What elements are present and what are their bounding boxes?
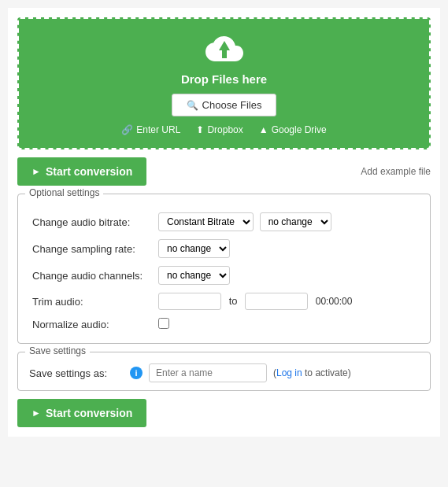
settings-table: Change audio bitrate: Constant Bitrate n…: [29, 208, 419, 335]
start-conversion-bottom-button[interactable]: ► Start conversion: [17, 399, 146, 427]
start-conversion-bottom-row: ► Start conversion: [17, 399, 431, 427]
normalize-row: Normalize audio:: [29, 314, 419, 335]
save-settings-row: Save settings as: i (Log in to activate): [29, 363, 419, 382]
search-icon: 🔍: [187, 100, 198, 111]
channels-row: Change audio channels: no change: [29, 262, 419, 289]
start-conversion-top-row: ► Start conversion Add example file: [17, 157, 431, 186]
normalize-controls: [155, 314, 419, 335]
enter-url-link[interactable]: 🔗 Enter URL: [121, 124, 180, 135]
dropbox-link[interactable]: ⬆ Dropbox: [196, 124, 243, 135]
login-link[interactable]: Log in: [276, 367, 302, 378]
google-drive-link[interactable]: ▲ Google Drive: [259, 124, 327, 135]
bitrate-value-select[interactable]: no change: [260, 212, 331, 231]
bitrate-controls: Constant Bitrate no change: [155, 208, 419, 235]
save-settings-title: Save settings: [25, 345, 90, 356]
trim-end-input[interactable]: [245, 293, 308, 310]
info-icon[interactable]: i: [130, 367, 143, 379]
trim-label: Trim audio:: [29, 289, 155, 314]
trim-row: Trim audio: to 00:00:00: [29, 289, 419, 314]
channels-controls: no change: [155, 262, 419, 289]
google-drive-icon: ▲: [259, 124, 268, 135]
sampling-row: Change sampling rate: no change: [29, 235, 419, 262]
drop-zone[interactable]: Drop Files here 🔍 Choose Files 🔗 Enter U…: [17, 17, 431, 149]
normalize-label: Normalize audio:: [29, 314, 155, 335]
bitrate-type-select[interactable]: Constant Bitrate: [158, 212, 254, 231]
save-settings-inner: Save settings as: i (Log in to activate): [17, 352, 431, 391]
bitrate-row: Change audio bitrate: Constant Bitrate n…: [29, 208, 419, 235]
channels-label: Change audio channels:: [29, 262, 155, 289]
login-text: (Log in to activate): [273, 367, 351, 378]
add-example-link[interactable]: Add example file: [361, 166, 431, 177]
normalize-checkbox[interactable]: [158, 318, 169, 329]
trim-to-label: to: [229, 295, 238, 307]
sampling-select[interactable]: no change: [158, 239, 230, 258]
optional-settings-inner: Change audio bitrate: Constant Bitrate n…: [17, 194, 431, 344]
sampling-label: Change sampling rate:: [29, 235, 155, 262]
cloud-upload-icon: [28, 33, 420, 69]
optional-settings-title: Optional settings: [25, 187, 103, 198]
sampling-controls: no change: [155, 235, 419, 262]
save-settings-section: Save settings Save settings as: i (Log i…: [17, 352, 431, 391]
drop-zone-links: 🔗 Enter URL ⬆ Dropbox ▲ Google Drive: [28, 124, 420, 135]
trim-controls: to 00:00:00: [155, 289, 419, 314]
link-icon: 🔗: [121, 124, 133, 135]
optional-settings-section: Optional settings Change audio bitrate: …: [17, 194, 431, 344]
drop-text: Drop Files here: [28, 72, 420, 86]
save-name-input[interactable]: [149, 363, 267, 382]
start-conversion-top-button[interactable]: ► Start conversion: [17, 157, 146, 186]
trim-time-display: 00:00:00: [316, 296, 353, 307]
chevron-right-icon-2: ►: [31, 408, 41, 419]
main-container: Drop Files here 🔍 Choose Files 🔗 Enter U…: [8, 8, 440, 437]
trim-start-input[interactable]: [158, 293, 221, 310]
dropbox-icon: ⬆: [196, 124, 204, 135]
channels-select[interactable]: no change: [158, 266, 230, 285]
save-settings-label: Save settings as:: [29, 367, 124, 379]
bitrate-label: Change audio bitrate:: [29, 208, 155, 235]
choose-files-button[interactable]: 🔍 Choose Files: [172, 94, 277, 116]
chevron-right-icon: ►: [31, 166, 41, 177]
